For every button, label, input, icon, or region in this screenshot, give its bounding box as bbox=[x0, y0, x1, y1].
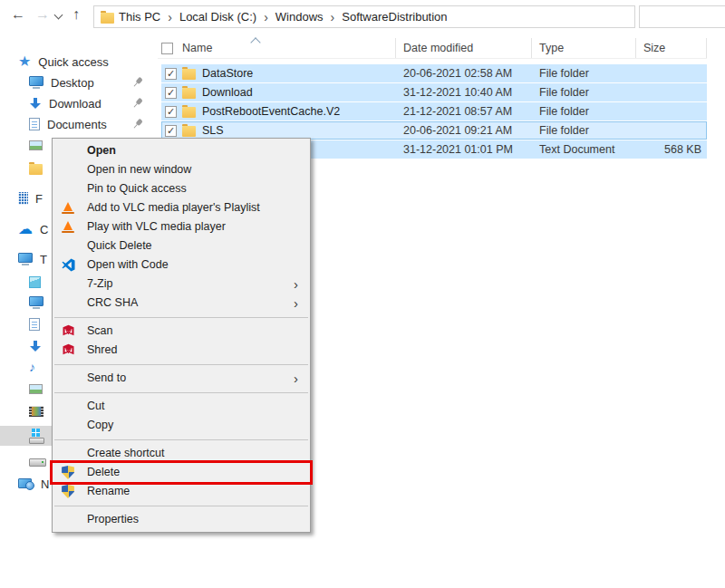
menu-item-quick-delete[interactable]: Quick Delete bbox=[53, 236, 310, 255]
menu-item-send-to[interactable]: Send to› bbox=[53, 369, 310, 388]
item-checkbox[interactable] bbox=[165, 87, 177, 99]
file-row[interactable]: SLS20-06-2021 09:21 AMFile folder bbox=[161, 121, 707, 140]
date-modified-cell: 31-12-2021 10:40 AM bbox=[396, 86, 532, 99]
menu-item-label: Pin to Quick access bbox=[87, 182, 187, 195]
search-box[interactable] bbox=[639, 5, 725, 28]
breadcrumb: This PC›Local Disk (C:)›Windows›Software… bbox=[114, 10, 452, 24]
menu-item-label: Open with Code bbox=[87, 258, 169, 271]
item-checkbox[interactable] bbox=[165, 68, 177, 80]
network-icon bbox=[18, 477, 34, 490]
menu-item-label: Rename bbox=[87, 485, 130, 497]
forward-arrow-icon[interactable]: → bbox=[35, 5, 50, 24]
file-name-cell: Download bbox=[161, 86, 396, 99]
menu-item-pin-to-quick-access[interactable]: Pin to Quick access bbox=[53, 179, 310, 198]
column-header-label: Size bbox=[643, 42, 665, 54]
windows-drive-icon bbox=[29, 429, 44, 444]
menu-item-label: Scan bbox=[87, 324, 113, 337]
submenu-arrow-icon: › bbox=[294, 369, 298, 388]
vlc-cone-icon bbox=[62, 202, 74, 214]
breadcrumb-separator-icon: › bbox=[328, 10, 338, 24]
breadcrumb-separator-icon: › bbox=[165, 10, 175, 24]
item-checkbox[interactable] bbox=[165, 106, 177, 118]
sidebar-item-label: Documents bbox=[47, 118, 132, 131]
sidebar-item-label: Download bbox=[49, 97, 132, 111]
sidebar-item-download[interactable]: Download bbox=[0, 93, 154, 113]
select-all-checkbox[interactable] bbox=[161, 43, 173, 54]
recent-locations-chevron-icon[interactable] bbox=[54, 11, 63, 20]
file-row[interactable]: PostRebootEventCache.V221-12-2021 08:57 … bbox=[161, 102, 707, 120]
menu-item-open[interactable]: Open bbox=[53, 141, 310, 160]
submenu-arrow-icon: › bbox=[294, 294, 298, 313]
address-folder-icon bbox=[101, 13, 114, 24]
breadcrumb-item[interactable]: SoftwareDistribution bbox=[337, 10, 451, 24]
file-name: SLS bbox=[202, 124, 224, 137]
menu-item-open-with-code[interactable]: Open with Code bbox=[53, 255, 310, 275]
menu-separator bbox=[54, 317, 308, 318]
date-modified-cell: 21-12-2021 08:57 AM bbox=[396, 105, 532, 118]
menu-item-create-shortcut[interactable]: Create shortcut bbox=[53, 444, 310, 463]
menu-item-properties[interactable]: Properties bbox=[53, 510, 310, 529]
file-name-cell: SLS bbox=[161, 124, 396, 137]
menu-item-play-with-vlc-media-player[interactable]: Play with VLC media player bbox=[53, 217, 310, 236]
column-header-label: Date modified bbox=[403, 42, 473, 54]
menu-item-scan[interactable]: Scan bbox=[53, 322, 310, 341]
sort-ascending-caret-icon bbox=[250, 37, 260, 47]
file-row[interactable]: DataStore20-06-2021 02:58 AMFile folder bbox=[161, 64, 707, 82]
sidebar-item-desktop[interactable]: Desktop bbox=[0, 72, 154, 92]
breadcrumb-item[interactable]: Windows bbox=[271, 10, 328, 24]
column-header-date-modified[interactable]: Date modified bbox=[396, 38, 532, 58]
drive-icon bbox=[29, 458, 46, 467]
menu-item-delete[interactable]: Delete bbox=[53, 463, 310, 482]
sidebar-item-quick-access[interactable]: ★Quick access bbox=[0, 52, 154, 72]
menu-item-crc-sha[interactable]: CRC SHA› bbox=[53, 294, 310, 313]
breadcrumb-item[interactable]: This PC bbox=[114, 10, 165, 24]
folder-icon bbox=[29, 164, 43, 175]
menu-item-rename[interactable]: Rename bbox=[53, 482, 310, 501]
menu-item-shred[interactable]: Shred bbox=[53, 341, 310, 360]
breadcrumb-item[interactable]: Local Disk (C:) bbox=[175, 10, 261, 24]
type-cell: File folder bbox=[532, 105, 636, 118]
menu-item-7-zip[interactable]: 7-Zip› bbox=[53, 275, 310, 294]
column-header-name[interactable]: Name bbox=[158, 38, 396, 58]
sidebar-item-label: Desktop bbox=[51, 76, 132, 90]
folder-icon bbox=[182, 88, 196, 99]
menu-item-label: Add to VLC media player's Playlist bbox=[87, 201, 260, 214]
mcafee-shield-icon bbox=[62, 343, 75, 357]
menu-item-open-in-new-window[interactable]: Open in new window bbox=[53, 160, 310, 179]
folder-icon bbox=[182, 69, 196, 80]
menu-item-label: Shred bbox=[87, 343, 117, 356]
building-icon bbox=[18, 192, 28, 205]
type-cell: File folder bbox=[532, 86, 636, 99]
quick-access-star-icon: ★ bbox=[18, 55, 31, 68]
folder-icon bbox=[182, 107, 196, 118]
pictures-icon bbox=[29, 384, 43, 394]
menu-item-cut[interactable]: Cut bbox=[53, 397, 310, 416]
item-checkbox[interactable] bbox=[165, 125, 177, 137]
type-cell: File folder bbox=[532, 124, 636, 137]
column-header-type[interactable]: Type bbox=[532, 38, 636, 58]
address-bar[interactable]: This PC›Local Disk (C:)›Windows›Software… bbox=[93, 5, 635, 28]
menu-separator bbox=[54, 506, 308, 506]
file-name-cell: PostRebootEventCache.V2 bbox=[161, 105, 396, 118]
file-row[interactable]: Download31-12-2021 10:40 AMFile folder bbox=[161, 83, 707, 101]
menu-item-label: Play with VLC media player bbox=[87, 220, 226, 233]
up-arrow-icon[interactable]: ↑ bbox=[72, 5, 80, 24]
onedrive-cloud-icon: ☁ bbox=[18, 223, 33, 236]
menu-item-label: 7-Zip bbox=[87, 277, 112, 290]
menu-item-copy[interactable]: Copy bbox=[53, 416, 310, 435]
date-modified-cell: 20-06-2021 09:21 AM bbox=[396, 124, 532, 137]
type-cell: File folder bbox=[532, 67, 636, 80]
file-name-cell: DataStore bbox=[161, 67, 396, 80]
menu-item-label: Cut bbox=[87, 400, 104, 412]
menu-item-label: Open in new window bbox=[87, 163, 191, 176]
back-arrow-icon[interactable]: ← bbox=[11, 5, 25, 24]
sidebar-item-documents[interactable]: Documents bbox=[0, 114, 154, 134]
column-header-size[interactable]: Size bbox=[636, 38, 707, 58]
menu-separator bbox=[54, 439, 308, 440]
menu-item-label: Delete bbox=[87, 466, 120, 478]
download-arrow-icon bbox=[29, 340, 42, 352]
menu-item-add-to-vlc-media-player-s-playlist[interactable]: Add to VLC media player's Playlist bbox=[53, 198, 310, 217]
menu-item-label: CRC SHA bbox=[87, 296, 138, 309]
pictures-icon bbox=[29, 140, 43, 150]
date-modified-cell: 20-06-2021 02:58 AM bbox=[396, 67, 532, 80]
